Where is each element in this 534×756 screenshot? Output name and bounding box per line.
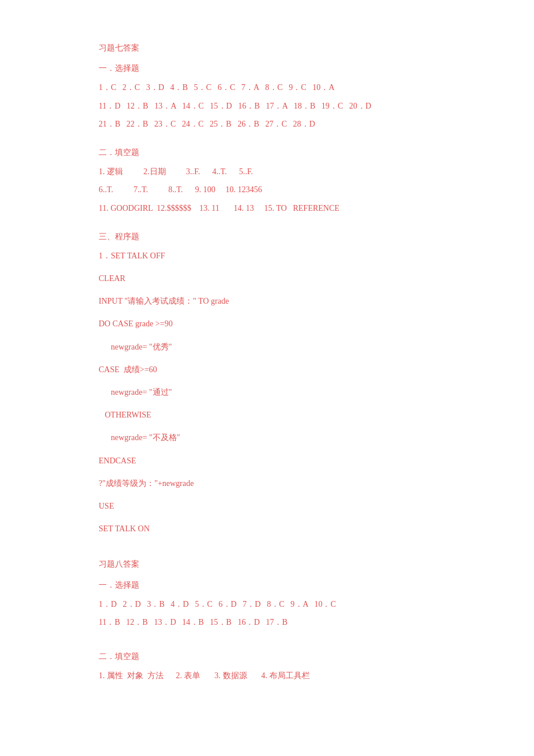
program-block: 1．SET TALK OFFCLEARINPUT "请输入考试成绩：" TO g… [99, 249, 435, 536]
program-line-12: newgrade= "通过" [99, 385, 435, 399]
ch8-title: 习题八答案 [99, 557, 435, 571]
program-line-15 [99, 426, 435, 430]
program-line-2: CLEAR [99, 271, 435, 286]
ch8-section2-label: 二．填空题 [99, 649, 435, 664]
ch7-section3-label: 三、程序题 [99, 229, 435, 244]
program-line-23 [99, 517, 435, 521]
ch7-s2-row1: 1. 逻辑 2.日期 3..F. 4..T. 5..F. [99, 164, 435, 179]
program-line-5 [99, 312, 435, 316]
program-line-14: OTHERWISE [99, 408, 435, 422]
ch7-s2-row2: 6..T. 7..T. 8..T. 9. 100 10. 123456 [99, 182, 435, 197]
program-line-9 [99, 358, 435, 362]
program-line-19 [99, 471, 435, 476]
program-line-8: newgrade= "优秀" [99, 340, 435, 354]
program-line-18: ENDCASE [99, 453, 435, 468]
program-line-21 [99, 494, 435, 499]
program-line-4: INPUT "请输入考试成绩：" TO grade [99, 294, 435, 308]
program-line-17 [99, 449, 435, 453]
ch7-s1-row2: 11．D 12．B 13．A 14．C 15．D 16．B 17．A 18．B … [99, 99, 435, 113]
ch7-title: 习题七答案 [99, 41, 435, 55]
ch8-s1-row1: 1．D 2．D 3．B 4．D 5．C 6．D 7．D 8．C 9．A 10．C [99, 597, 435, 611]
program-line-7 [99, 335, 435, 340]
program-line-24: SET TALK ON [99, 521, 435, 536]
ch7-s2-row3: 11. GOODGIRL 12.$$$$$$ 13. 11 14. 13 15.… [99, 201, 435, 215]
program-line-13 [99, 403, 435, 408]
program-line-1 [99, 267, 435, 271]
program-line-0: 1．SET TALK OFF [99, 249, 435, 263]
program-line-11 [99, 380, 435, 385]
ch8-s1-row2: 11．B 12．B 13．D 14．B 15．B 16．D 17．B [99, 615, 435, 629]
program-line-22: USE [99, 499, 435, 513]
program-line-16: newgrade= "不及格" [99, 430, 435, 445]
program-line-10: CASE 成绩>=60 [99, 362, 435, 377]
ch8-section1-label: 一．选择题 [99, 578, 435, 592]
program-line-3 [99, 289, 435, 294]
ch8-s2-row1: 1. 属性 对象 方法 2. 表单 3. 数据源 4. 布局工具栏 [99, 668, 435, 683]
ch7-s1-row1: 1．C 2．C 3．D 4．B 5．C 6．C 7．A 8．C 9．C 10．A [99, 80, 435, 95]
program-line-20: ?"成绩等级为："+newgrade [99, 476, 435, 491]
ch7-s1-row3: 21．B 22．B 23．C 24．C 25．B 26．B 27．C 28．D [99, 117, 435, 131]
program-line-6: DO CASE grade >=90 [99, 316, 435, 331]
ch7-section1-label: 一．选择题 [99, 61, 435, 75]
ch7-section2-label: 二．填空题 [99, 145, 435, 160]
